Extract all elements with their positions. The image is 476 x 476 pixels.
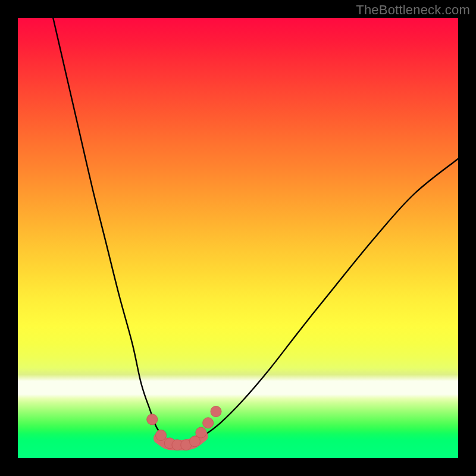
plot-area (18, 18, 458, 458)
bottleneck-curve-left-branch (53, 18, 181, 445)
attribution-label: TheBottleneck.com (356, 2, 470, 18)
chart-frame: TheBottleneck.com (0, 0, 476, 476)
data-point-marker (211, 406, 221, 417)
chart-svg (18, 18, 458, 458)
bottleneck-curve-right-branch (181, 159, 458, 445)
data-point-marker (147, 414, 158, 425)
data-point-marker (196, 427, 206, 438)
data-point-marker (156, 430, 167, 441)
data-point-marker (203, 418, 214, 428)
curve-layer (53, 18, 458, 445)
